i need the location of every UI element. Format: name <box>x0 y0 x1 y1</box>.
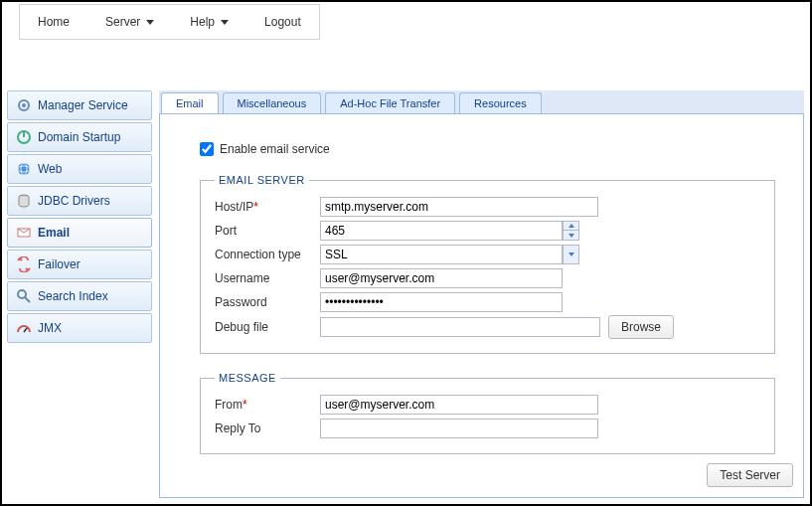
sidebar-item-failover[interactable]: Failover <box>7 250 152 279</box>
menu-home[interactable]: Home <box>20 5 87 39</box>
svg-line-11 <box>24 328 27 332</box>
sidebar-item-label: JMX <box>38 321 62 335</box>
svg-point-1 <box>22 103 26 107</box>
email-server-legend: EMAIL SERVER <box>215 174 309 186</box>
host-input[interactable] <box>320 197 598 217</box>
reply-to-label: Reply To <box>215 422 320 435</box>
gear-icon <box>16 97 32 113</box>
port-label: Port <box>215 224 320 238</box>
host-label: Host/IP* <box>215 200 320 214</box>
tab-strip: Email Miscellaneous Ad-Hoc File Transfer… <box>159 90 804 114</box>
sidebar-item-label: JDBC Drivers <box>38 194 110 208</box>
sidebar-item-label: Web <box>38 162 62 176</box>
menu-logout-label: Logout <box>264 15 301 29</box>
sidebar-item-label: Search Index <box>38 289 108 303</box>
tab-miscellaneous[interactable]: Miscellaneous <box>223 92 322 113</box>
connection-type-dropdown[interactable] <box>563 245 579 264</box>
test-server-button[interactable]: Test Server <box>707 463 793 487</box>
power-icon <box>16 129 32 145</box>
message-fieldset: MESSAGE From* Reply To <box>200 372 775 454</box>
top-menu: Home Server Help Logout <box>19 4 320 40</box>
chevron-down-icon <box>568 253 574 256</box>
enable-email-checkbox[interactable] <box>200 142 214 156</box>
reply-to-input[interactable] <box>320 419 598 438</box>
sidebar-item-label: Email <box>38 226 70 240</box>
browse-button[interactable]: Browse <box>608 315 674 339</box>
sidebar-item-jmx[interactable]: JMX <box>7 313 152 343</box>
arrow-up-icon <box>568 224 574 228</box>
menu-server[interactable]: Server <box>87 5 172 39</box>
menu-logout[interactable]: Logout <box>246 5 319 39</box>
sidebar-item-jdbc-drivers[interactable]: JDBC Drivers <box>7 186 152 216</box>
connection-type-label: Connection type <box>215 248 320 261</box>
password-input[interactable] <box>320 292 563 312</box>
sidebar-item-domain-startup[interactable]: Domain Startup <box>7 122 152 152</box>
tab-resources[interactable]: Resources <box>459 92 542 113</box>
tab-label: Ad-Hoc File Transfer <box>340 97 440 109</box>
mail-icon <box>16 225 32 241</box>
debug-file-input[interactable] <box>320 317 600 337</box>
svg-point-4 <box>18 163 30 175</box>
username-input[interactable] <box>320 268 563 288</box>
menu-help[interactable]: Help <box>172 5 246 39</box>
sidebar-item-web[interactable]: Web <box>7 154 152 184</box>
sidebar-item-email[interactable]: Email <box>7 218 152 248</box>
svg-point-9 <box>18 290 26 298</box>
enable-email-label: Enable email service <box>220 142 330 156</box>
sidebar-item-manager-service[interactable]: Manager Service <box>7 90 152 120</box>
tab-label: Email <box>176 97 204 109</box>
tab-adhoc-file-transfer[interactable]: Ad-Hoc File Transfer <box>325 92 455 113</box>
sidebar-item-label: Failover <box>38 257 81 271</box>
port-input[interactable] <box>320 221 563 241</box>
database-icon <box>16 193 32 209</box>
port-spin-up[interactable] <box>564 222 578 231</box>
debug-file-label: Debug file <box>215 320 320 334</box>
menu-server-label: Server <box>105 15 140 29</box>
caret-down-icon <box>221 20 229 25</box>
from-input[interactable] <box>320 395 598 415</box>
failover-icon <box>16 256 32 272</box>
username-label: Username <box>215 271 320 285</box>
password-label: Password <box>215 295 320 309</box>
sidebar: Manager Service Domain Startup Web JDBC … <box>7 90 152 345</box>
sidebar-item-search-index[interactable]: Search Index <box>7 281 152 311</box>
sidebar-item-label: Manager Service <box>38 98 128 112</box>
arrow-down-icon <box>568 234 574 238</box>
svg-line-10 <box>25 297 30 302</box>
menu-home-label: Home <box>38 15 70 29</box>
from-label: From* <box>215 398 320 412</box>
connection-type-input[interactable] <box>320 245 563 264</box>
message-legend: MESSAGE <box>215 372 280 384</box>
content-panel: Enable email service EMAIL SERVER Host/I… <box>159 114 804 498</box>
menu-help-label: Help <box>190 15 215 29</box>
caret-down-icon <box>146 20 154 25</box>
tab-label: Resources <box>474 97 527 109</box>
sidebar-item-label: Domain Startup <box>38 130 120 144</box>
search-icon <box>16 288 32 304</box>
tab-label: Miscellaneous <box>238 97 307 109</box>
globe-icon <box>16 161 32 177</box>
jmx-icon <box>16 320 32 336</box>
tab-email[interactable]: Email <box>161 92 219 113</box>
port-spin-down[interactable] <box>564 231 578 240</box>
email-server-fieldset: EMAIL SERVER Host/IP* Port Connection ty… <box>200 174 775 354</box>
